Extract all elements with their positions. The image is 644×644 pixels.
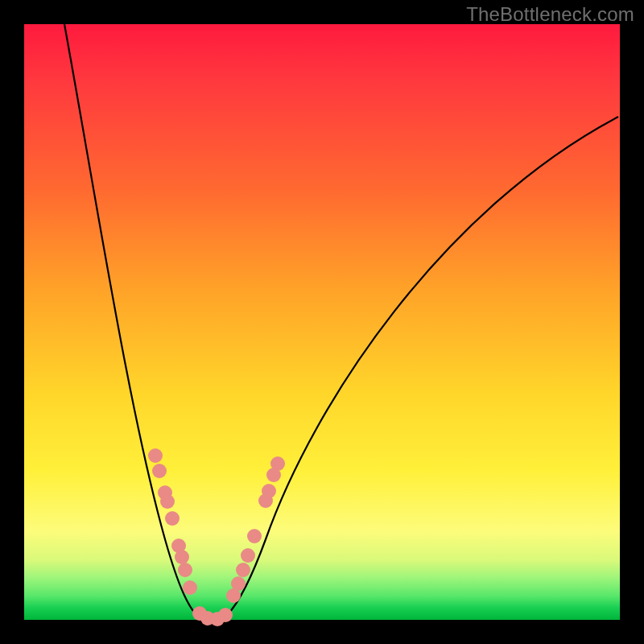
data-dot xyxy=(152,464,167,478)
data-dot xyxy=(247,529,262,543)
plot-area xyxy=(24,24,620,620)
outer-frame: TheBottleneck.com xyxy=(0,0,644,644)
curve-left xyxy=(64,24,201,620)
data-dot xyxy=(148,448,163,463)
data-dot xyxy=(165,511,180,526)
data-dot xyxy=(183,580,197,595)
data-dot xyxy=(270,456,285,471)
data-dot xyxy=(160,494,175,509)
data-dot xyxy=(241,548,255,563)
data-dot xyxy=(262,484,276,498)
data-dot xyxy=(236,563,250,577)
data-dot xyxy=(178,563,192,577)
chart-svg xyxy=(24,24,620,620)
data-dot xyxy=(231,576,246,591)
watermark-text: TheBottleneck.com xyxy=(466,3,634,26)
data-dot xyxy=(218,608,233,622)
dots-layer xyxy=(148,448,285,626)
data-dot xyxy=(175,550,189,564)
curve-right xyxy=(221,117,618,620)
